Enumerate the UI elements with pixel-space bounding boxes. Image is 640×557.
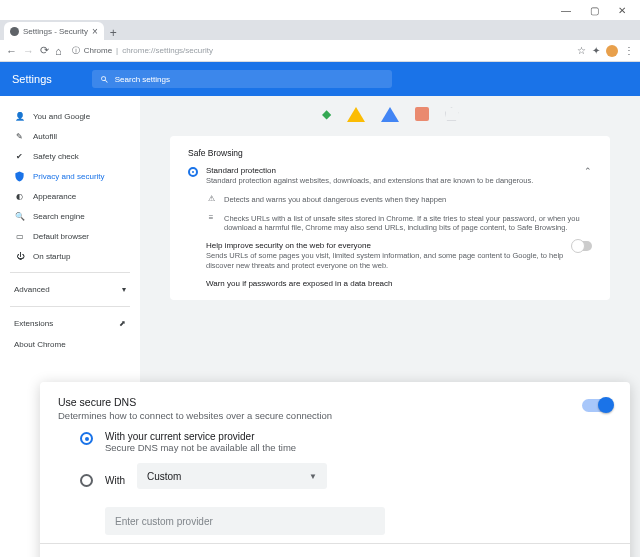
tab-close-icon[interactable]: ×	[92, 26, 98, 37]
sidebar-separator	[10, 272, 130, 273]
safe-browsing-card: Safe Browsing Standard protection Standa…	[170, 136, 610, 300]
input-placeholder: Enter custom provider	[115, 516, 213, 527]
decorative-shapes: ◆	[160, 102, 620, 126]
reload-button[interactable]: ⟳	[40, 44, 49, 57]
sidebar-about-chrome[interactable]: About Chrome	[0, 334, 140, 355]
star-icon[interactable]: ☆	[577, 45, 586, 56]
secure-dns-toggle[interactable]	[582, 399, 612, 412]
radio-with-custom[interactable]	[80, 474, 93, 487]
home-button[interactable]: ⌂	[55, 45, 62, 57]
radio-current-provider[interactable]	[80, 432, 93, 445]
dns-option-current-provider[interactable]: With your current service provider Secur…	[80, 431, 612, 453]
sidebar-item-label: You and Google	[33, 112, 90, 121]
secure-dns-desc: Determines how to connect to websites ov…	[58, 410, 332, 421]
settings-header: Settings Search settings	[0, 62, 640, 96]
sidebar-extensions[interactable]: Extensions⬈	[0, 313, 140, 334]
person-icon: 👤	[14, 111, 25, 122]
sidebar-item-label: Default browser	[33, 232, 89, 241]
row-title: Help improve security on the web for eve…	[206, 241, 564, 250]
new-tab-button[interactable]: +	[104, 26, 123, 40]
sidebar-item-label: About Chrome	[14, 340, 66, 349]
option-title: Standard protection	[206, 166, 576, 175]
secure-dns-panel: Use secure DNS Determines how to connect…	[40, 382, 630, 557]
window-close-button[interactable]: ✕	[608, 5, 636, 16]
row-desc: Checks URLs with a list of unsafe sites …	[224, 214, 592, 234]
chevron-down-icon: ▼	[309, 472, 317, 481]
sidebar-advanced[interactable]: Advanced▾	[0, 279, 140, 300]
secure-dns-title: Use secure DNS	[58, 396, 332, 408]
autofill-icon: ✎	[14, 131, 25, 142]
row-desc: Detects and warns you about dangerous ev…	[224, 195, 446, 205]
sidebar-item-label: On startup	[33, 252, 70, 261]
chevron-up-icon[interactable]: ⌃	[584, 166, 592, 176]
divider	[40, 543, 630, 544]
sidebar-item-label: Privacy and security	[33, 172, 105, 181]
browser-toolbar: ← → ⟳ ⌂ ⓘ Chrome | chrome://settings/sec…	[0, 40, 640, 62]
tab-strip: Settings - Security × +	[0, 20, 640, 40]
manage-certificates-row[interactable]: Manage certificates Manage HTTPS/SSL cer…	[58, 552, 612, 557]
option-label: With	[105, 475, 125, 486]
dns-option-with-custom[interactable]: With Custom ▼	[80, 463, 612, 497]
window-title-bar: — ▢ ✕	[0, 0, 640, 20]
tab-favicon	[10, 27, 19, 36]
startup-icon: ⏻	[14, 251, 25, 262]
external-link-icon: ⬈	[119, 319, 126, 328]
extensions-icon[interactable]: ✦	[592, 45, 600, 56]
forward-button[interactable]: →	[23, 45, 34, 57]
standard-protection-option[interactable]: Standard protection Standard protection …	[188, 166, 592, 186]
dns-provider-select[interactable]: Custom ▼	[137, 463, 327, 489]
row-title: Warn you if passwords are exposed in a d…	[206, 279, 392, 288]
tab-title: Settings - Security	[23, 27, 88, 36]
search-placeholder: Search settings	[115, 75, 170, 84]
address-bar[interactable]: ⓘ Chrome | chrome://settings/security	[72, 45, 571, 56]
sidebar-item-autofill[interactable]: ✎Autofill	[0, 126, 140, 146]
security-icon	[14, 171, 25, 182]
sidebar-item-appearance[interactable]: ◐Appearance	[0, 186, 140, 206]
settings-title: Settings	[12, 73, 52, 85]
sidebar-item-safety-check[interactable]: ✔Safety check	[0, 146, 140, 166]
sidebar-item-on-startup[interactable]: ⏻On startup	[0, 246, 140, 266]
custom-provider-input[interactable]: Enter custom provider	[105, 507, 385, 535]
radio-standard-protection[interactable]	[188, 167, 198, 177]
help-improve-row: Help improve security on the web for eve…	[188, 241, 592, 271]
appearance-icon: ◐	[14, 191, 25, 202]
sidebar-item-label: Appearance	[33, 192, 76, 201]
url-check-row: ≡ Checks URLs with a list of unsafe site…	[188, 213, 592, 234]
omnibox-prefix: Chrome	[84, 46, 112, 55]
warning-icon: ⚠	[206, 194, 216, 203]
sidebar-separator	[10, 306, 130, 307]
sidebar-item-label: Advanced	[14, 285, 50, 294]
row-desc: Sends URLs of some pages you visit, limi…	[206, 251, 564, 271]
omnibox-url: chrome://settings/security	[122, 46, 213, 55]
site-info-icon[interactable]: ⓘ	[72, 45, 80, 56]
option-desc: Standard protection against websites, do…	[206, 176, 576, 186]
option-desc: Secure DNS may not be available all the …	[105, 442, 612, 453]
browser-icon: ▭	[14, 231, 25, 242]
sidebar-item-default-browser[interactable]: ▭Default browser	[0, 226, 140, 246]
sidebar-item-label: Search engine	[33, 212, 85, 221]
sidebar-item-label: Autofill	[33, 132, 57, 141]
sidebar-item-label: Safety check	[33, 152, 79, 161]
sidebar-item-search-engine[interactable]: 🔍Search engine	[0, 206, 140, 226]
search-engine-icon: 🔍	[14, 211, 25, 222]
profile-avatar[interactable]	[606, 45, 618, 57]
safety-icon: ✔	[14, 151, 25, 162]
back-button[interactable]: ←	[6, 45, 17, 57]
settings-search[interactable]: Search settings	[92, 70, 392, 88]
list-icon: ≡	[206, 213, 216, 222]
sidebar-item-privacy-security[interactable]: Privacy and security	[0, 166, 140, 186]
detect-row: ⚠ Detects and warns you about dangerous …	[188, 194, 592, 205]
window-minimize-button[interactable]: —	[552, 5, 580, 16]
kebab-menu-icon[interactable]: ⋮	[624, 45, 634, 56]
window-maximize-button[interactable]: ▢	[580, 5, 608, 16]
sidebar-item-you-and-google[interactable]: 👤You and Google	[0, 106, 140, 126]
chevron-down-icon: ▾	[122, 285, 126, 294]
help-improve-toggle[interactable]	[572, 241, 592, 251]
section-title: Safe Browsing	[188, 148, 592, 158]
option-title: With your current service provider	[105, 431, 612, 442]
warn-passwords-row: Warn you if passwords are exposed in a d…	[188, 279, 592, 288]
sidebar-item-label: Extensions	[14, 319, 53, 328]
browser-tab[interactable]: Settings - Security ×	[4, 22, 104, 40]
search-icon	[100, 75, 109, 84]
select-value: Custom	[147, 471, 181, 482]
